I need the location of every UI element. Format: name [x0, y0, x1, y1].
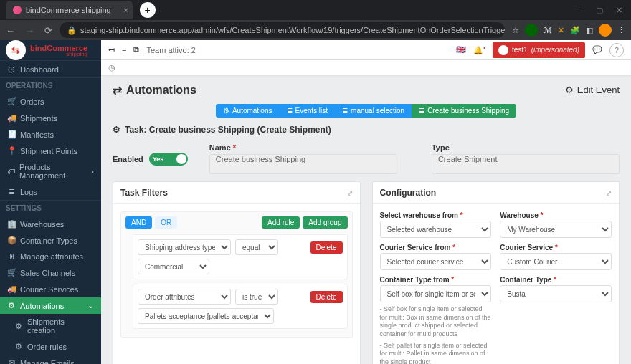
- rule-field-select[interactable]: Shipping address type: [138, 239, 231, 255]
- chat-icon[interactable]: 💬: [592, 45, 602, 54]
- reload-icon[interactable]: ⟳: [44, 25, 52, 36]
- back-icon[interactable]: ←: [6, 25, 15, 36]
- expand-icon[interactable]: ⤢: [347, 189, 353, 197]
- list-icon: ≣: [419, 107, 424, 115]
- profile-avatar[interactable]: [599, 24, 612, 37]
- condition-and-button[interactable]: AND: [125, 216, 152, 229]
- sidebar-item-manage-emails[interactable]: ✉Manage Emails: [0, 355, 101, 364]
- sidebar-item-warehouses[interactable]: 🏢Warehouses: [0, 216, 101, 232]
- sidebar-item-orders[interactable]: 🛒Orders: [0, 93, 101, 110]
- courier-from-select[interactable]: Selected courier service: [380, 253, 492, 270]
- sidebar-item-courier-services[interactable]: 🚚Courier Services: [0, 281, 101, 297]
- expand-icon[interactable]: ⤢: [606, 189, 612, 197]
- sidebar-item-order-rules[interactable]: ⚙Order rules: [0, 338, 101, 355]
- tags-icon: 🏷: [7, 167, 15, 176]
- truck-icon: 🚚: [7, 284, 16, 294]
- pin-icon: 📍: [7, 146, 16, 155]
- extension-icon[interactable]: ℳ: [544, 26, 552, 35]
- extensions-icon[interactable]: 🧩: [570, 26, 580, 35]
- tab-title: bindCommerce shipping: [26, 6, 111, 14]
- container-from-label: Container Type from *: [380, 276, 492, 284]
- gears-icon: ⚙: [223, 107, 229, 115]
- close-window-icon[interactable]: ✕: [616, 6, 622, 15]
- minimize-icon[interactable]: —: [575, 6, 583, 15]
- address-bar[interactable]: 🔒 staging-ship.bindcommerce.app/admin/wf…: [60, 22, 505, 38]
- courier-service-select[interactable]: Custom Courier: [500, 253, 612, 270]
- delete-rule-button[interactable]: Delete: [310, 241, 343, 254]
- add-group-button[interactable]: Add group: [303, 216, 347, 229]
- sidebar-item-manage-attributes[interactable]: 🎚Manage attributes: [0, 249, 101, 264]
- team-label: Team attivo: 2: [146, 46, 195, 54]
- sidebar-item-manifests[interactable]: 🧾Manifests: [0, 126, 101, 143]
- sidebar-item-shipment-points[interactable]: 📍Shipment Points: [0, 143, 101, 159]
- sidebar-heading-operations: OPERATIONS: [0, 77, 101, 93]
- sidebar-item-shipments[interactable]: 🚚Shipments: [0, 110, 101, 126]
- sidebar-item-dashboard[interactable]: ◷Dashboard: [0, 61, 101, 77]
- query-builder: AND OR Add rule Add group Shipping addre…: [120, 211, 353, 338]
- menu-toggle-icon[interactable]: ≡: [122, 46, 126, 54]
- envelope-icon: ✉: [7, 358, 16, 364]
- container-hint-1: - Self box for single item or selected f…: [380, 305, 492, 339]
- browser-toolbar: ← → ⟳ 🔒 staging-ship.bindcommerce.app/ad…: [0, 20, 631, 40]
- rule-operator-select[interactable]: equal: [235, 239, 278, 255]
- container-type-select[interactable]: Busta: [500, 285, 612, 302]
- tab-automations[interactable]: ⚙Automations: [216, 104, 280, 118]
- star-icon[interactable]: ☆: [512, 26, 519, 35]
- tab-manual-selection[interactable]: ≣manual selection: [335, 104, 412, 118]
- forward-icon[interactable]: →: [25, 25, 34, 36]
- copy-icon[interactable]: ⧉: [133, 45, 139, 54]
- tab-create-business-shipping[interactable]: ≣Create business Shipping: [412, 104, 516, 118]
- extension-icon[interactable]: ✕: [558, 26, 564, 35]
- task-title: ⚙Task: Create business Shipping (Create …: [113, 125, 620, 135]
- sidebar-item-products[interactable]: 🏷Products Management›: [0, 159, 101, 183]
- sidebar-item-logs[interactable]: ≣Logs: [0, 183, 101, 200]
- close-icon[interactable]: ×: [123, 6, 128, 14]
- list-icon: ≣: [287, 107, 293, 115]
- add-rule-button[interactable]: Add rule: [262, 216, 300, 229]
- sidebar-item-container-types[interactable]: 📦Container Types: [0, 232, 101, 249]
- rule-value-select[interactable]: Pallets acceptance [pallets-acceptance]: [138, 308, 274, 324]
- menu-icon[interactable]: ⋮: [617, 26, 625, 35]
- warehouse-from-select[interactable]: Selected warehouse: [380, 221, 492, 238]
- user-menu[interactable]: test1 (impersonated): [493, 42, 585, 58]
- notifications-icon[interactable]: 🔔•: [473, 44, 485, 55]
- sidebar-item-sales-channels[interactable]: 🛒Sales Channels: [0, 264, 101, 281]
- tab-events-list[interactable]: ≣Events list: [280, 104, 336, 118]
- courier-from-label: Courier Service from *: [380, 244, 492, 252]
- container-type-label: Container Type *: [500, 276, 612, 284]
- name-field[interactable]: Create business Shipping: [209, 154, 397, 174]
- condition-or-button[interactable]: OR: [155, 216, 177, 229]
- gears-icon: ⚙: [7, 301, 16, 310]
- sidebar-item-shipments-creation[interactable]: ⚙Shipments creation: [0, 314, 101, 338]
- list-icon: ≣: [7, 187, 16, 196]
- help-icon[interactable]: ?: [609, 43, 624, 57]
- delete-rule-button[interactable]: Delete: [310, 291, 343, 303]
- brand-logo-block: ⇆ bindCommerce shipping: [0, 40, 101, 61]
- rule-value-select[interactable]: Commercial: [138, 259, 209, 274]
- app-topbar: ↤ ≡ ⧉ Team attivo: 2 🇬🇧 🔔• test1 (impers…: [101, 40, 631, 60]
- name-label: Name *: [209, 143, 397, 152]
- rule-field-select[interactable]: Order attributes: [138, 289, 231, 305]
- flag-uk-icon[interactable]: 🇬🇧: [456, 45, 466, 54]
- truck-icon: 🚚: [7, 113, 16, 123]
- warehouse-select[interactable]: My Warehouse: [500, 221, 612, 238]
- new-tab-button[interactable]: +: [140, 2, 156, 18]
- rule-operator-select[interactable]: is true: [235, 289, 278, 305]
- filter-rule: Shipping address type equal Delete Comme…: [133, 234, 348, 279]
- sidebar-item-automations[interactable]: ⚙Automations⌄: [0, 297, 101, 314]
- container-from-select[interactable]: Self box for single item or selected for…: [380, 285, 492, 302]
- browser-tab[interactable]: bindCommerce shipping ×: [6, 1, 133, 19]
- chevron-right-icon: ›: [91, 167, 94, 176]
- enabled-label: Enabled: [113, 155, 143, 163]
- bookmark-icon[interactable]: ◧: [586, 26, 593, 35]
- task-filters-card: Task Filters⤢ AND OR Add rule Add group: [113, 181, 361, 364]
- enabled-toggle[interactable]: Yes: [149, 153, 188, 166]
- collapse-sidebar-icon[interactable]: ↤: [108, 45, 115, 54]
- gauge-icon[interactable]: ◷: [108, 63, 115, 72]
- building-icon: 🏢: [7, 219, 16, 229]
- edit-event-button[interactable]: ⚙Edit Event: [565, 85, 620, 95]
- maximize-icon[interactable]: ▢: [596, 6, 603, 15]
- type-label: Type: [432, 143, 620, 152]
- courier-service-label: Courier Service *: [500, 244, 612, 252]
- extension-icon[interactable]: [525, 24, 538, 37]
